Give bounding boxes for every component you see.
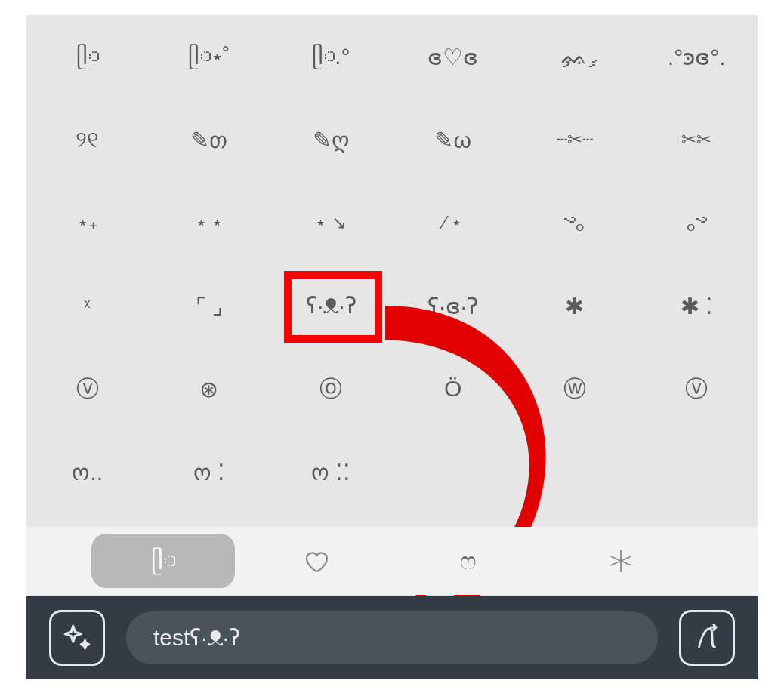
sparkles-icon <box>61 622 93 654</box>
symbol-cell[interactable]: ᵡ <box>26 264 148 347</box>
bottom-bar: testʕ·ᴥ·ʔ <box>26 596 758 679</box>
text-input[interactable]: testʕ·ᴥ·ʔ <box>126 611 658 664</box>
symbol-cell[interactable]: ⋆₊ <box>26 181 148 264</box>
symbol-cell[interactable]: ✂✂ <box>636 98 758 181</box>
symbol-cell[interactable]: ✱ <box>514 264 635 347</box>
symbol-grid: ᥫᩣ ᥫᩣ⋆˚ ᥫᩣ.° ɞ♡ɞ ࣲᨐࣲ .°ͽɞ°. ୨୧ ✎თ ✎ღ ✎ω … <box>26 15 758 513</box>
symbol-cell[interactable]: ⓦ <box>514 347 635 430</box>
tab-category-1[interactable]: ᥫᩣ <box>91 534 235 588</box>
tab-category-4[interactable] <box>549 534 693 588</box>
symbol-cell[interactable]: ᥫᩣ.° <box>270 15 392 98</box>
symbol-cell[interactable]: ო ⁚ <box>148 430 270 513</box>
symbol-cell[interactable]: ࿓ₒ <box>514 181 635 264</box>
symbol-cell[interactable]: ᥫᩣ <box>26 15 148 98</box>
heart-icon <box>302 547 329 574</box>
symbol-cell[interactable]: ⋆ ⋆ <box>148 181 270 264</box>
symbol-cell[interactable] <box>636 430 758 513</box>
symbol-cell[interactable]: ⌜ ⌟ <box>148 264 270 347</box>
tab-category-2[interactable] <box>244 534 387 588</box>
input-value: testʕ·ᴥ·ʔ <box>153 624 240 651</box>
symbol-cell[interactable]: ⊛ <box>148 347 270 430</box>
font-style-icon <box>691 622 723 654</box>
symbol-cell[interactable]: ₒ࿓ <box>636 181 758 264</box>
sparkles-button[interactable] <box>49 610 105 666</box>
symbol-cell[interactable]: ᥫᩣ⋆˚ <box>148 15 270 98</box>
symbol-cell[interactable]: Ö <box>392 347 514 430</box>
symbol-cell[interactable]: ✎თ <box>148 98 270 181</box>
symbol-cell[interactable]: ┄✂┄ <box>514 98 635 181</box>
symbol-cell[interactable]: ო ⁚⁚ <box>270 430 392 513</box>
symbol-cell[interactable]: ✱ ⁚ <box>636 264 758 347</box>
tab-category-3[interactable]: ෆ <box>397 534 540 588</box>
symbol-cell[interactable]: .°ͽɞ°. <box>636 15 758 98</box>
symbol-cell[interactable]: ʕ·ɞ·ʔ <box>392 264 514 347</box>
symbol-cell[interactable]: ୨୧ <box>26 98 148 181</box>
symbol-cell[interactable]: ✎ω <box>392 98 514 181</box>
symbol-cell[interactable]: ⋆ ↘ <box>270 181 392 264</box>
symbol-cell[interactable]: ✎ღ <box>270 98 392 181</box>
symbol-cell[interactable]: ⓥ <box>26 347 148 430</box>
symbol-cell[interactable] <box>514 430 635 513</box>
symbol-cell[interactable]: ࣲᨐࣲ <box>514 15 635 98</box>
symbol-cell[interactable]: ⓞ <box>270 347 392 430</box>
font-style-button[interactable] <box>679 610 735 666</box>
symbol-cell[interactable]: ო.. <box>26 430 148 513</box>
category-tabs: ᥫᩣ ෆ <box>26 527 758 595</box>
symbol-cell[interactable]: ʕ·ᴥ·ʔ <box>270 264 392 347</box>
symbol-cell[interactable]: ∕ ⋆ <box>392 181 514 264</box>
symbol-cell[interactable]: ɞ♡ɞ <box>392 15 514 98</box>
symbol-cell[interactable]: ⓥ <box>636 347 758 430</box>
symbol-cell[interactable] <box>392 430 514 513</box>
star-icon <box>607 547 634 574</box>
